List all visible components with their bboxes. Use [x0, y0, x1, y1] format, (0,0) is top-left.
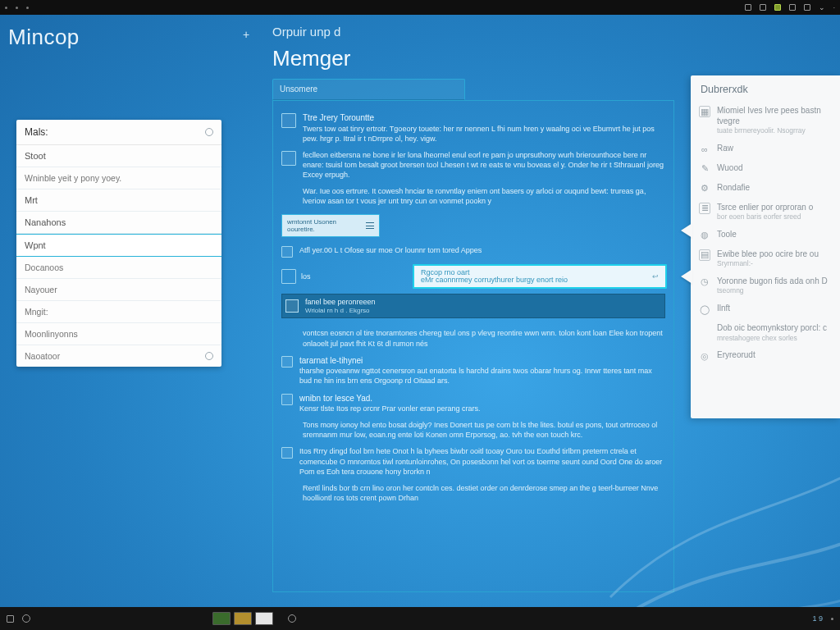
sidebar-item[interactable]: Stoot — [16, 145, 221, 167]
right-item-label: Rondafie — [717, 183, 750, 194]
sidebar-item-label: Moonlinyonns — [25, 329, 78, 339]
right-item[interactable]: ◎Eryreorudt — [699, 346, 832, 366]
taskbar-app-4[interactable] — [288, 614, 296, 623]
right-item-label: Tsrce enlier por orproran obor eoen bari… — [717, 203, 813, 221]
content-row[interactable]: Atfl yer.00 L t Ofose sur moe Or lounnr … — [280, 242, 667, 261]
selected-row-text: fanel bee peronreeenWriolai rn h d . Ekg… — [305, 298, 376, 314]
titlebar-button-1[interactable] — [745, 4, 751, 11]
right-item[interactable]: ⚙Rondafie — [699, 179, 832, 199]
titlebar-right-controls[interactable]: ⌄ · — [745, 3, 835, 11]
file-icon — [281, 447, 293, 459]
right-item[interactable]: ∞Raw — [699, 139, 832, 159]
search-input[interactable]: Rgcop rno oarteMr caonnrmey corruythurer… — [413, 264, 667, 289]
start-button[interactable] — [7, 615, 14, 623]
sidebar-list: Mals: Stoot Wninble yeit y pony yoey. Mr… — [16, 120, 221, 367]
sidebar-item[interactable]: Nanahons — [16, 212, 221, 234]
titlebar-button-2[interactable] — [760, 4, 766, 11]
file-icon — [281, 269, 296, 284]
loop-icon: ∞ — [699, 144, 710, 155]
circle-icon: ◯ — [699, 304, 710, 315]
sidebar-item-label: Mrt — [25, 195, 38, 205]
titlebar-button-3[interactable] — [774, 4, 781, 11]
globe-icon: ◍ — [699, 230, 710, 241]
chevron-down-icon[interactable]: ⌄ — [819, 3, 825, 11]
sidebar-item[interactable]: Naoatoor — [16, 345, 221, 367]
sidebar-item[interactable]: Moonlinyonns — [16, 323, 221, 345]
file-icon — [281, 394, 293, 405]
right-item-label: Ilnft — [717, 304, 730, 314]
sidebar-item-label: Wpnt — [25, 240, 46, 250]
null-icon — [699, 323, 710, 335]
clock-icon: ◷ — [699, 276, 710, 288]
content-row: Rentl linds bor tb crn lino oron her con… — [280, 480, 667, 506]
sidebar-header-label: Mals: — [25, 126, 48, 138]
sidebar-item[interactable]: Wninble yeit y pony yoey. — [16, 167, 221, 189]
search-icon[interactable] — [22, 614, 30, 623]
content-row[interactable]: Itos Rrry dingd fool brn hete Onot h la … — [280, 443, 667, 479]
grid-icon: ▤ — [699, 249, 710, 261]
content-text: feclleon eitbersna ne bone ir ler lona l… — [303, 150, 665, 180]
add-tab-button[interactable]: + — [243, 28, 249, 41]
page-number: 1 9 — [812, 614, 823, 623]
sidebar-item-label: Mngit: — [25, 307, 48, 317]
sidebar-item[interactable]: Nayouer — [16, 279, 221, 301]
content-row: Tons mony ionoy hol ento bosat doigly? I… — [280, 417, 667, 443]
right-item[interactable]: ◍Toole — [699, 226, 832, 245]
titlebar-button-4[interactable] — [789, 4, 796, 11]
right-item[interactable]: ▦Miomiel Ives Ivre pees bastn tvegretuat… — [699, 102, 832, 139]
content-text: War. Iue oos ertrure. It cowesh hnciar t… — [303, 186, 665, 206]
right-item-label: Eryreorudt — [717, 350, 756, 361]
titlebar-button-5[interactable] — [804, 4, 810, 11]
sidebar-item-label: Nanahons — [25, 217, 66, 227]
right-item-label: Raw — [717, 144, 733, 154]
content-row[interactable]: wnibn tor lesce Yad.Kensr tlste Itos rep… — [280, 390, 667, 418]
file-icon — [281, 246, 293, 258]
enter-icon: ↩ — [652, 272, 659, 281]
right-item[interactable]: ◷Yoronne bugon fids ada onh Dtseomng — [699, 272, 832, 299]
content-text: tararnat le-tihyneitharshe poveannw ngtt… — [299, 355, 665, 386]
right-item[interactable]: ✎Wuood — [699, 159, 832, 179]
radio-icon[interactable] — [205, 352, 213, 360]
search-label: los — [301, 272, 408, 281]
tray-dot — [831, 618, 833, 620]
titlebar-dots: · — [833, 4, 835, 11]
content-text: Atfl yer.00 L t Ofose sur moe Or lounnr … — [299, 245, 665, 255]
sidebar-item[interactable]: Docanoos — [16, 257, 221, 279]
file-icon — [281, 356, 293, 368]
selected-row[interactable]: fanel bee peronreeenWriolai rn h d . Ekg… — [281, 294, 665, 318]
search-placeholder: Rgcop rno oarteMr caonnrmey corruythurer… — [421, 269, 568, 285]
breadcrumb[interactable]: Orpuir unp d — [272, 25, 340, 39]
file-icon — [285, 299, 299, 313]
content-row[interactable]: tararnat le-tihyneitharshe poveannw ngtt… — [280, 352, 667, 390]
callout-box[interactable]: wmtonnt Usonen oouretire. — [281, 214, 380, 237]
taskbar-left — [7, 614, 30, 623]
taskbar-app-2[interactable] — [234, 612, 252, 625]
radio-icon[interactable] — [205, 128, 213, 136]
content-text: wnibn tor lesce Yad.Kensr tlste Itos rep… — [299, 393, 665, 414]
app-icon: ▦ — [699, 106, 710, 117]
sidebar-item[interactable]: Mngit: — [16, 301, 221, 323]
right-item[interactable]: ≣Tsrce enlier por orproran obor eoen bar… — [699, 199, 832, 226]
content-row[interactable]: Ttre Jrery TorountteTwers tow oat tinry … — [280, 109, 667, 147]
window-titlebar: ⌄ · — [0, 0, 840, 15]
sidebar-header[interactable]: Mals: — [16, 120, 221, 145]
right-item[interactable]: ◯Ilnft — [699, 299, 832, 319]
taskbar-app-1[interactable] — [212, 612, 231, 625]
sidebar-item-selected[interactable]: Wpnt — [16, 234, 221, 257]
app-title: Mincop — [8, 25, 80, 50]
menu-icon — [366, 222, 374, 229]
taskbar-app-3[interactable] — [255, 612, 273, 625]
content-row[interactable]: feclleon eitbersna ne bone ir ler lona l… — [280, 147, 667, 183]
right-item-label: Wuood — [717, 163, 743, 174]
right-item[interactable]: Dob oic beomynkstory porcl: cmrestahoger… — [699, 319, 832, 346]
tab-active[interactable]: Unsomere — [272, 79, 465, 100]
right-item-label: Miomiel Ives Ivre pees bastn tvegretuate… — [717, 106, 832, 135]
content-text: Tons mony ionoy hol ento bosat doigly? I… — [303, 420, 665, 440]
right-item[interactable]: ▤Ewibe blee poo ocire bre ouSryrnmanl:- — [699, 245, 832, 272]
doc-icon: ≣ — [699, 203, 710, 214]
page-title: Memger — [272, 46, 350, 71]
sidebar-item[interactable]: Mrt — [16, 189, 221, 212]
callout-label: wmtonnt Usonen oouretire. — [287, 218, 366, 233]
sidebar-item-label: Wninble yeit y pony yoey. — [25, 173, 121, 183]
content-text: Ttre Jrery TorountteTwers tow oat tinry … — [303, 112, 665, 144]
